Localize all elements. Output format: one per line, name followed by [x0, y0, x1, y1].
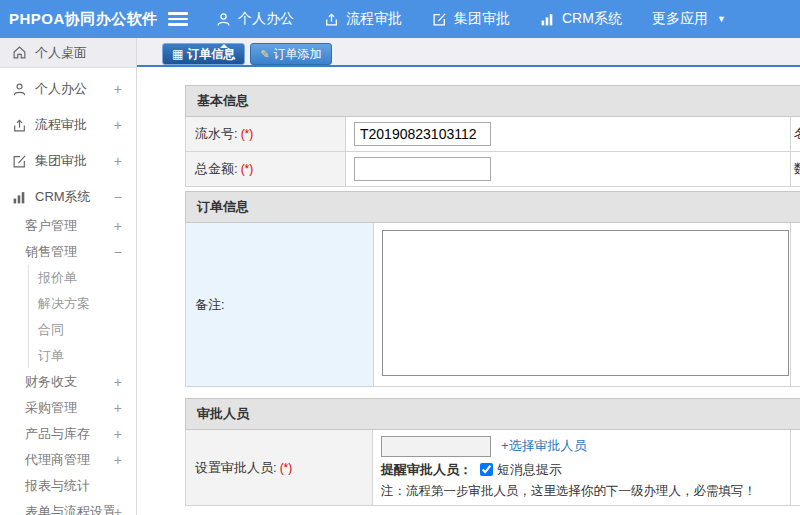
collapse-icon[interactable]: −: [114, 244, 136, 260]
nav-label: 个人办公: [238, 10, 294, 28]
sidebar-item-label: 代理商管理: [25, 451, 114, 469]
chart-icon: [540, 12, 555, 27]
sidebar-item-purchase[interactable]: 采购管理 +: [0, 395, 136, 420]
sales-submenu: 报价单 解决方案 合同 订单: [28, 265, 136, 368]
edit-icon: [432, 12, 447, 27]
sidebar-item-label: 解决方案: [38, 295, 136, 313]
tab-order-add[interactable]: ✎ 订单添加: [250, 43, 331, 65]
top-bar: PHPOA协同办公软件 个人办公 流程审批 集团审批 CRM系统 更多应用 ▼: [0, 0, 800, 38]
table-row: 总金额:(*) 数: [186, 152, 800, 187]
required-mark: (*): [241, 127, 254, 141]
serial-number-input[interactable]: [354, 122, 491, 146]
expand-icon[interactable]: +: [114, 81, 136, 97]
total-amount-input[interactable]: [354, 157, 491, 181]
basic-info-table: 基本信息 流水号:(*) 名 总金额:(*): [185, 85, 800, 187]
sidebar-item-process-approval[interactable]: 流程审批 +: [0, 110, 136, 140]
sidebar-item-sales-mgmt[interactable]: 销售管理 −: [0, 239, 136, 264]
approver-input[interactable]: [381, 436, 491, 457]
remark-textarea[interactable]: [382, 230, 789, 376]
sidebar-item-label: 财务收支: [25, 373, 114, 391]
table-row: 备注:: [186, 223, 800, 387]
choose-approver-link[interactable]: +选择审批人员: [501, 437, 587, 455]
required-mark: (*): [241, 162, 254, 176]
main-area: ▦ 订单信息 ✎ 订单添加 基本信息 流水号:(*): [137, 38, 800, 515]
expand-icon[interactable]: +: [114, 374, 136, 390]
sidebar-item-label: 个人桌面: [35, 44, 122, 62]
section-title-basic: 基本信息: [186, 86, 800, 117]
form-content: 基本信息 流水号:(*) 名 总金额:(*): [137, 67, 800, 515]
sidebar-item-form-flow-settings[interactable]: 表单与流程设置 +: [0, 499, 136, 515]
tab-order-info[interactable]: ▦ 订单信息: [162, 43, 245, 65]
tab-label: 订单信息: [187, 46, 235, 63]
expand-icon[interactable]: +: [114, 426, 136, 442]
note-edit-icon: ✎: [260, 49, 269, 60]
required-mark: (*): [280, 461, 293, 475]
table-row: 流水号:(*) 名: [186, 117, 800, 152]
sidebar-item-personal-desktop[interactable]: 个人桌面: [0, 38, 136, 68]
sidebar-item-solution[interactable]: 解决方案: [29, 291, 136, 316]
nav-label: 流程审批: [346, 10, 402, 28]
sidebar-item-label: 客户管理: [25, 217, 114, 235]
sms-notify-checkbox[interactable]: [480, 463, 493, 476]
table-row: 设置审批人员:(*) +选择审批人员 提醒审批人员： 短消息提示: [186, 430, 800, 506]
sidebar-item-label: 产品与库存: [25, 425, 114, 443]
collapse-icon[interactable]: −: [114, 189, 136, 205]
flow-icon: [12, 118, 27, 133]
tab-label: 订单添加: [274, 46, 322, 63]
sidebar-item-label: 流程审批: [35, 116, 114, 134]
expand-icon[interactable]: +: [114, 117, 136, 133]
remark-label: 备注:: [186, 223, 374, 387]
expand-icon[interactable]: +: [114, 504, 136, 515]
sidebar-item-customer-mgmt[interactable]: 客户管理 +: [0, 213, 136, 238]
user-icon: [12, 82, 27, 97]
chart-icon: [12, 190, 27, 205]
sidebar-item-label: 报价单: [38, 269, 136, 287]
sidebar-item-label: 表单与流程设置: [25, 503, 114, 515]
sidebar-item-group-approval[interactable]: 集团审批 +: [0, 146, 136, 176]
expand-icon[interactable]: +: [114, 400, 136, 416]
nav-more-apps[interactable]: 更多应用 ▼: [652, 10, 726, 28]
expand-icon[interactable]: +: [114, 452, 136, 468]
nav-process-approval[interactable]: 流程审批: [324, 10, 402, 28]
sidebar-item-label: 销售管理: [25, 243, 114, 261]
sidebar-item-label: 集团审批: [35, 152, 114, 170]
sidebar-item-label: 合同: [38, 321, 136, 339]
nav-label: 更多应用: [652, 10, 708, 28]
home-icon: [12, 45, 27, 60]
approver-note: 注：流程第一步审批人员，这里选择你的下一级办理人，必需填写！: [381, 483, 782, 500]
clipped-next-column-label: 数: [791, 152, 800, 187]
sidebar-item-agent-mgmt[interactable]: 代理商管理 +: [0, 447, 136, 472]
sidebar-item-personal-office[interactable]: 个人办公 +: [0, 74, 136, 104]
remind-approver-label: 提醒审批人员：: [381, 461, 472, 479]
set-approver-label: 设置审批人员:(*): [186, 430, 373, 506]
clipped-next-column-label: 名: [791, 117, 800, 152]
user-icon: [216, 12, 231, 27]
total-amount-label: 总金额:(*): [186, 152, 346, 187]
sidebar-item-order[interactable]: 订单: [29, 343, 136, 368]
sidebar-item-quotation[interactable]: 报价单: [29, 265, 136, 290]
expand-icon[interactable]: +: [114, 218, 136, 234]
edit-icon: [12, 154, 27, 169]
top-nav: 个人办公 流程审批 集团审批 CRM系统 更多应用 ▼: [216, 10, 756, 28]
tab-strip: ▦ 订单信息 ✎ 订单添加: [137, 38, 800, 67]
sidebar-item-contract[interactable]: 合同: [29, 317, 136, 342]
sidebar-item-reports[interactable]: 报表与统计: [0, 473, 136, 498]
nav-group-approval[interactable]: 集团审批: [432, 10, 510, 28]
hamburger-menu-icon[interactable]: [168, 9, 188, 29]
sidebar-item-product-inventory[interactable]: 产品与库存 +: [0, 421, 136, 446]
app-title: PHPOA协同办公软件: [0, 10, 168, 29]
section-title-order: 订单信息: [186, 192, 800, 223]
approver-table: 审批人员 设置审批人员:(*) +选择审批人员 提醒审批人员：: [185, 398, 800, 506]
sms-notify-label: 短消息提示: [497, 461, 562, 479]
grid-icon: ▦: [172, 48, 183, 60]
sidebar-item-crm[interactable]: CRM系统 −: [0, 182, 136, 212]
expand-icon[interactable]: +: [114, 153, 136, 169]
order-info-table: 订单信息 备注:: [185, 191, 800, 387]
section-title-approver: 审批人员: [186, 399, 800, 430]
sidebar-item-label: 个人办公: [35, 80, 114, 98]
sidebar-item-label: 采购管理: [25, 399, 114, 417]
sidebar: 个人桌面 个人办公 + 流程审批 + 集团审批 + CRM系统 − 客户管理 +: [0, 38, 137, 515]
sidebar-item-finance[interactable]: 财务收支 +: [0, 369, 136, 394]
nav-personal-office[interactable]: 个人办公: [216, 10, 294, 28]
nav-crm-system[interactable]: CRM系统: [540, 10, 622, 28]
